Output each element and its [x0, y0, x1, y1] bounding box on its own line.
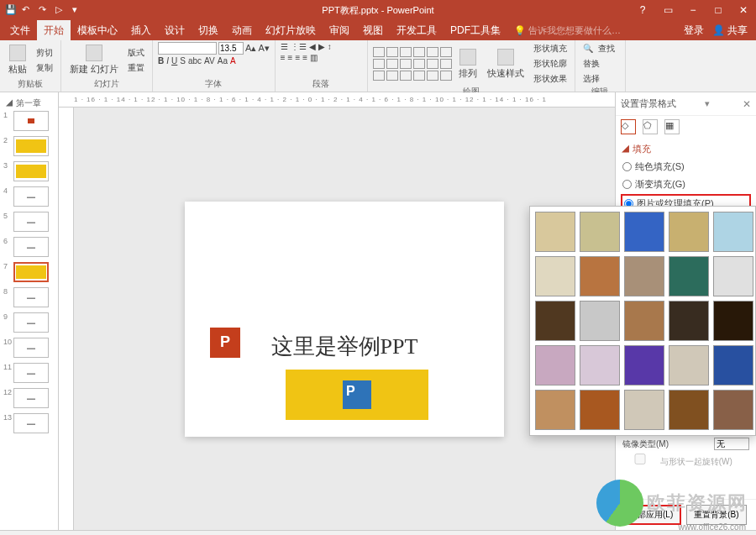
- shape-outline-button[interactable]: 形状轮廓: [531, 57, 570, 71]
- slide-thumbnail[interactable]: 9▬▬: [3, 312, 55, 333]
- gradient-fill-radio[interactable]: 渐变填充(G): [622, 178, 749, 191]
- slide-editor[interactable]: P 这里是举例PPT: [185, 202, 504, 437]
- slide-thumbnail[interactable]: 4▬▬: [3, 186, 55, 207]
- rotate-with-shape-checkbox[interactable]: 与形状一起旋转(W): [622, 454, 732, 468]
- texture-swatch[interactable]: [624, 212, 664, 252]
- texture-swatch[interactable]: [580, 345, 620, 386]
- texture-swatch[interactable]: [713, 345, 753, 386]
- tab-view[interactable]: 视图: [356, 20, 390, 41]
- align-left-button[interactable]: ≡: [281, 53, 286, 62]
- solid-fill-radio[interactable]: 纯色填充(S): [622, 160, 749, 173]
- justify-button[interactable]: ≡: [302, 53, 307, 62]
- increase-indent-button[interactable]: ▶: [318, 42, 325, 51]
- slide-thumbnail[interactable]: 6▬▬: [3, 237, 55, 257]
- slide-thumbnail[interactable]: 8▬▬: [3, 287, 55, 307]
- tab-design[interactable]: 设计: [158, 20, 192, 41]
- ribbon-toggle-icon[interactable]: ▭: [655, 0, 680, 20]
- strikethrough-button[interactable]: abc: [188, 56, 202, 66]
- effects-tab-icon[interactable]: ⬠: [643, 119, 658, 134]
- quick-styles-button[interactable]: 快速样式: [484, 47, 528, 81]
- decrease-font-icon[interactable]: A▾: [258, 43, 269, 54]
- bullets-button[interactable]: ☰: [281, 42, 288, 51]
- tab-developer[interactable]: 开发工具: [390, 20, 444, 41]
- reset-button[interactable]: 重置: [125, 61, 147, 75]
- tab-transitions[interactable]: 切换: [192, 20, 225, 41]
- tab-file[interactable]: 文件: [3, 20, 37, 41]
- layout-button[interactable]: 版式: [125, 46, 147, 60]
- fill-section-header[interactable]: ◢ 填充: [616, 138, 756, 159]
- char-spacing-button[interactable]: AV: [204, 56, 215, 66]
- shape-effects-button[interactable]: 形状效果: [531, 72, 570, 86]
- texture-swatch[interactable]: [624, 301, 664, 341]
- texture-swatch[interactable]: [713, 256, 753, 296]
- replace-button[interactable]: 替换: [580, 57, 620, 71]
- texture-swatch[interactable]: [535, 345, 575, 386]
- texture-swatch[interactable]: [669, 256, 709, 296]
- slide-thumbnail[interactable]: 5▬▬: [3, 212, 55, 232]
- select-button[interactable]: 选择: [580, 72, 620, 86]
- tab-pdf-tools[interactable]: PDF工具集: [444, 20, 507, 41]
- slide-thumbnail[interactable]: 2: [3, 136, 55, 156]
- align-center-button[interactable]: ≡: [288, 53, 293, 62]
- texture-swatch[interactable]: [535, 390, 575, 430]
- save-icon[interactable]: 💾: [5, 4, 17, 16]
- find-button[interactable]: 🔍 查找: [580, 42, 620, 55]
- texture-swatch[interactable]: [669, 390, 709, 430]
- texture-swatch[interactable]: [580, 212, 620, 252]
- texture-swatch[interactable]: [624, 390, 664, 430]
- texture-swatch[interactable]: [580, 301, 620, 341]
- bold-button[interactable]: B: [158, 56, 164, 66]
- pane-close-icon[interactable]: ✕: [743, 98, 751, 110]
- shape-fill-button[interactable]: 形状填充: [531, 42, 570, 55]
- fill-tab-icon[interactable]: ◇: [621, 119, 636, 134]
- increase-font-icon[interactable]: A▴: [245, 43, 256, 54]
- decrease-indent-button[interactable]: ◀: [309, 42, 316, 51]
- picture-tab-icon[interactable]: ▦: [664, 119, 680, 134]
- numbering-button[interactable]: ⋮☰: [291, 42, 307, 51]
- new-slide-button[interactable]: 新建 幻灯片: [66, 43, 122, 77]
- copy-button[interactable]: 复制: [34, 61, 55, 75]
- texture-swatch[interactable]: [580, 390, 620, 430]
- shapes-gallery[interactable]: [373, 47, 452, 81]
- login-link[interactable]: 登录: [684, 24, 704, 38]
- texture-swatch[interactable]: [669, 301, 709, 341]
- undo-icon[interactable]: ↶: [22, 4, 34, 16]
- slide-thumbnail[interactable]: 3: [3, 161, 55, 181]
- shadow-button[interactable]: S: [180, 56, 186, 66]
- texture-swatch[interactable]: [713, 301, 753, 341]
- paste-button[interactable]: 粘贴: [5, 43, 30, 77]
- texture-swatch[interactable]: [535, 256, 575, 296]
- texture-swatch[interactable]: [580, 256, 620, 296]
- line-spacing-button[interactable]: ↕: [328, 42, 332, 51]
- cut-button[interactable]: 剪切: [34, 46, 55, 60]
- close-icon[interactable]: ✕: [731, 0, 756, 20]
- tab-slideshow[interactable]: 幻灯片放映: [259, 20, 323, 41]
- tab-animations[interactable]: 动画: [225, 20, 259, 41]
- texture-swatch[interactable]: [624, 256, 664, 296]
- yellow-shape[interactable]: [286, 370, 428, 420]
- texture-swatch[interactable]: [535, 212, 575, 252]
- font-color-button[interactable]: A: [230, 56, 236, 66]
- italic-button[interactable]: I: [166, 56, 169, 66]
- arrange-button[interactable]: 排列: [455, 47, 480, 81]
- slide-thumbnail[interactable]: 13▬▬: [3, 413, 55, 433]
- maximize-icon[interactable]: □: [706, 0, 731, 20]
- tab-review[interactable]: 审阅: [323, 20, 356, 41]
- texture-swatch[interactable]: [713, 390, 753, 430]
- minimize-icon[interactable]: −: [680, 0, 706, 20]
- mirror-select[interactable]: [714, 438, 749, 450]
- section-label[interactable]: ◢ 第一章: [3, 96, 55, 111]
- tab-home[interactable]: 开始: [37, 20, 71, 41]
- slide-title-text[interactable]: 这里是举例PPT: [271, 332, 418, 361]
- dropdown-icon[interactable]: ▾: [72, 4, 84, 16]
- tab-template-center[interactable]: 模板中心: [71, 20, 124, 41]
- pane-pin-icon[interactable]: ▾: [705, 98, 710, 109]
- align-right-button[interactable]: ≡: [295, 53, 300, 62]
- tab-insert[interactable]: 插入: [124, 20, 158, 41]
- slide-thumbnail[interactable]: 10▬▬: [3, 338, 55, 358]
- texture-swatch[interactable]: [713, 212, 753, 252]
- slideshow-icon[interactable]: ▷: [55, 4, 67, 16]
- help-icon[interactable]: ?: [630, 0, 655, 20]
- slide-thumbnail[interactable]: 11▬▬: [3, 363, 55, 383]
- texture-swatch[interactable]: [624, 345, 664, 386]
